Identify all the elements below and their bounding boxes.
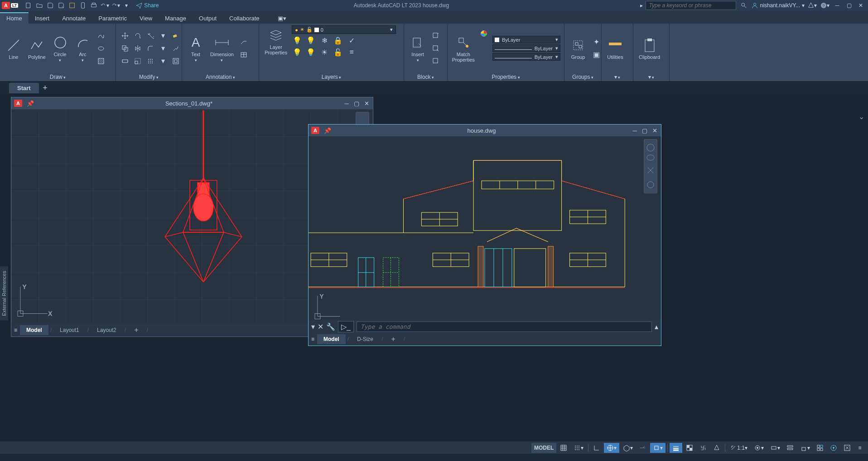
otrack-icon[interactable] — [637, 443, 649, 453]
isodraft-icon[interactable]: ▾ — [620, 443, 636, 453]
add-layout-button[interactable]: + — [128, 324, 145, 336]
osnap-icon[interactable]: ▾ — [650, 443, 665, 453]
cleanscreen-icon[interactable] — [841, 443, 854, 453]
maximize-icon[interactable]: ▢ — [640, 127, 649, 134]
create-block-icon[interactable] — [430, 30, 441, 41]
layon-icon[interactable]: 💡 — [292, 47, 303, 58]
help-icon[interactable]: ?▾ — [820, 1, 830, 10]
hatch-icon[interactable] — [96, 56, 106, 67]
tab-annotate[interactable]: Annotate — [56, 13, 92, 24]
tab-express-icon[interactable]: ▣▾ — [275, 13, 289, 24]
laylck-icon[interactable]: 🔒 — [333, 35, 343, 46]
properties-panel-title[interactable]: Properties — [448, 73, 564, 81]
add-layout-button[interactable]: + — [385, 333, 401, 345]
share-button[interactable]: Share — [132, 2, 162, 9]
layulk-icon[interactable]: 🔓 — [333, 47, 343, 58]
layers-panel-title[interactable]: Layers — [259, 73, 404, 81]
lockui-icon[interactable]: ▾ — [797, 443, 813, 453]
collapse-icon[interactable]: ≡ — [309, 336, 317, 342]
linetype-selector[interactable]: ByLayer▾ — [492, 53, 560, 61]
laymch-icon[interactable]: ≡ — [346, 47, 357, 58]
command-input[interactable] — [357, 322, 652, 332]
polyline-tool[interactable]: Polyline — [26, 36, 48, 61]
color-wheel-icon[interactable] — [478, 27, 490, 40]
edit-attr-icon[interactable] — [430, 56, 441, 67]
new-tab-button[interactable]: + — [40, 82, 51, 93]
qat-open-icon[interactable] — [34, 1, 44, 10]
house-canvas[interactable]: Y — [309, 136, 661, 320]
layuniso-icon[interactable]: 💡 — [305, 47, 316, 58]
annotation-panel-title[interactable]: Annotation — [182, 73, 259, 81]
arc-tool[interactable]: Arc▾ — [73, 34, 93, 63]
ortho-icon[interactable] — [590, 443, 603, 453]
transparency-icon[interactable] — [683, 443, 696, 453]
clipboard-panel-title[interactable]: ▾ — [633, 73, 669, 81]
mirror-icon[interactable] — [132, 43, 143, 54]
qat-undo-icon[interactable]: ▾ — [100, 1, 110, 10]
tab-manage[interactable]: Manage — [159, 13, 193, 24]
text-tool[interactable]: AText▾ — [186, 34, 206, 63]
extend-icon[interactable]: ▾ — [158, 30, 169, 41]
qat-redo-icon[interactable]: ▾ — [111, 1, 121, 10]
scale-icon[interactable] — [132, 56, 143, 67]
utilities-tool[interactable]: Utilities — [605, 36, 625, 61]
layer-selector[interactable]: ● ☀ 🔓 0 ▾ — [292, 25, 396, 34]
snap-icon[interactable]: ▾ — [571, 443, 586, 453]
copy-icon[interactable] — [120, 43, 130, 54]
color-selector[interactable]: ByLayer▾ — [492, 36, 560, 43]
minimize-icon[interactable]: ─ — [833, 2, 842, 9]
layout1-tab[interactable]: Layout1 — [53, 325, 86, 335]
array-type-icon[interactable]: ▾ — [158, 56, 169, 67]
tab-output[interactable]: Output — [193, 13, 223, 24]
explode-icon[interactable] — [170, 43, 181, 54]
qat-save-icon[interactable] — [45, 1, 55, 10]
table-icon[interactable] — [238, 49, 249, 60]
chamfer-icon[interactable]: ▾ — [158, 43, 169, 54]
dsize-tab[interactable]: D-Size — [351, 334, 380, 344]
model-space-button[interactable]: MODEL — [531, 443, 556, 453]
external-references-panel-tab[interactable]: External References — [0, 266, 8, 321]
tab-parametric[interactable]: Parametric — [92, 13, 133, 24]
qat-dropdown-icon[interactable]: ▾ — [121, 1, 131, 10]
match-properties-tool[interactable]: Match Properties — [451, 34, 476, 63]
isolate-icon[interactable] — [814, 443, 826, 453]
group-edit-icon[interactable]: ▣ — [591, 49, 602, 60]
layout2-tab[interactable]: Layout2 — [91, 325, 123, 335]
customize-icon[interactable]: ≡ — [854, 443, 865, 453]
close-icon[interactable]: ✕ — [362, 100, 371, 107]
keyword-search-input[interactable] — [646, 1, 736, 10]
insert-block-tool[interactable]: Insert▾ — [408, 34, 428, 63]
workspace-icon[interactable]: ▾ — [751, 443, 767, 453]
annomonitor-icon[interactable] — [710, 443, 723, 453]
qat-new-icon[interactable] — [24, 1, 34, 10]
laymcur-icon[interactable]: ✓ — [346, 35, 357, 46]
spline-icon[interactable] — [96, 30, 106, 41]
layfrz-icon[interactable]: ❄ — [319, 35, 330, 46]
autodesk-app-icon[interactable]: ▾ — [807, 1, 817, 10]
polar-icon[interactable]: ▾ — [604, 443, 619, 453]
collapse-icon[interactable]: ≡ — [11, 327, 20, 333]
qat-saveas-icon[interactable] — [56, 1, 66, 10]
model-tab[interactable]: Model — [317, 334, 346, 344]
laythw-icon[interactable]: ☀ — [319, 47, 330, 58]
hwaccel-icon[interactable] — [827, 443, 840, 453]
dimension-tool[interactable]: Dimension▾ — [208, 34, 236, 63]
start-tab[interactable]: Start — [9, 83, 39, 93]
workspace-collapse-icon[interactable]: ⌄ — [858, 112, 864, 121]
search-trigger-icon[interactable]: ▸ — [640, 2, 643, 9]
trim-icon[interactable] — [145, 30, 156, 41]
erase-icon[interactable] — [170, 30, 181, 41]
pin-icon[interactable]: 📌 — [322, 127, 333, 134]
maximize-icon[interactable]: ▢ — [844, 2, 854, 9]
block-panel-title[interactable]: Block — [404, 73, 447, 81]
qat-web-icon[interactable] — [67, 1, 77, 10]
lwt-icon[interactable] — [670, 443, 682, 453]
ellipse-icon[interactable] — [96, 43, 106, 54]
lineweight-selector[interactable]: ByLayer▾ — [492, 44, 560, 52]
fillet-icon[interactable] — [145, 43, 156, 54]
layoff-icon[interactable]: 💡 — [292, 35, 303, 46]
pin-icon[interactable]: 📌 — [25, 100, 36, 107]
qat-mobile-icon[interactable] — [78, 1, 88, 10]
groups-panel-title[interactable]: Groups — [564, 73, 601, 81]
search-icon[interactable] — [739, 1, 749, 10]
